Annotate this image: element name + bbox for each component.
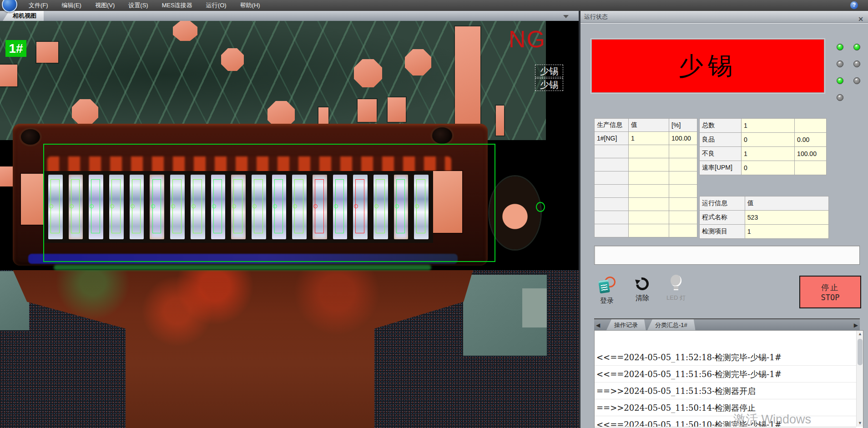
tab-camera-view[interactable]: 相机视图 [3,11,44,21]
table-row: 检测项目 1 [700,225,829,239]
scrollbar-thumb[interactable] [858,339,863,365]
solder-green-streak [54,265,431,270]
id-badge-icon [598,277,616,294]
production-pct-cell [669,158,697,171]
production-name-cell [595,171,629,185]
production-pct-cell [669,145,697,158]
production-pct-cell [669,211,697,224]
tab-scroll-left-icon[interactable]: ◀ [596,322,600,328]
stats-pct-cell [795,161,827,175]
drill-hole [432,127,452,144]
menu-item[interactable]: 编辑(E) [55,0,88,11]
pcb-pad [36,42,58,63]
led-label: LED 灯 [661,294,691,302]
production-value-cell [628,171,669,185]
table-row[interactable] [595,158,697,171]
production-value-cell [628,224,669,237]
pcb-pad [405,49,431,76]
scroll-down-icon[interactable]: ▼ [857,420,863,427]
chevron-down-icon[interactable] [563,15,569,18]
menu-item[interactable]: 运行(O) [199,0,233,11]
runinfo-table: 运行信息值 程式名称 523 检测项目 1 [699,196,829,239]
vertical-scrollbar[interactable]: ▲ ▼ [856,331,863,427]
scroll-up-icon[interactable]: ▲ [857,331,863,337]
table-row: 不良 1 100.00 [700,147,827,161]
production-header-row: 生产信息值[%] [595,119,697,132]
table-row[interactable] [595,198,697,211]
panel-title-bar: 运行状态 ✕ [580,11,868,23]
runinfo-name-cell: 检测项目 [700,225,745,239]
log-entry: <<==2024-05-05_11:52:18-检测完毕-少锡-1# [595,349,856,366]
menu-bar: 文件(F)编辑(E)视图(V)设置(S)MES连接器运行(O)帮助(H) ? [0,0,868,11]
menu-item[interactable]: MES连接器 [155,0,199,11]
pcb-pad [221,48,244,71]
table-row: 程式名称 523 [700,211,829,225]
panel-body: 少锡 生产信息值[%] 1#[NG] 1 100.00 [580,23,868,428]
menu-item[interactable]: 视图(V) [88,0,121,11]
stats-rows: 总数 1 良品 0 0.00 不良 1 100.00 [700,119,827,175]
defect-label: 少锡 [535,65,563,77]
panel-title: 运行状态 [584,13,608,20]
defect-labels: 少锡少锡 [535,65,563,92]
production-value-cell [628,211,669,224]
inspection-roi-rect [43,144,495,262]
stats-name-cell: 速率[UPM] [700,161,742,175]
pcb-pad [358,99,377,122]
table-row[interactable] [595,185,697,198]
defect-alert-box: 少锡 [591,39,824,93]
stats-name-cell: 不良 [700,147,742,161]
table-row: 总数 1 [700,119,827,133]
runinfo-header-cell: 值 [745,196,828,211]
production-pct-cell [669,198,697,211]
refresh-icon [635,277,650,291]
message-box[interactable] [594,246,860,265]
runinfo-name-cell: 程式名称 [700,211,745,225]
clear-button[interactable]: 清除 [628,277,657,302]
log-list[interactable]: <<==2024-05-05_11:52:18-检测完毕-少锡-1#<<==20… [595,331,856,427]
help-icon[interactable]: ? [850,1,858,9]
log-entry: ==>>2024-05-05_11:51:53-检测器开启 [595,383,856,399]
stop-label-cn: 停止 [821,282,839,293]
pcb-pad [72,99,98,126]
log-tabs: 操作记录分类汇总-1# [606,319,696,331]
production-value-cell: 1 [628,132,669,145]
pcb-pad [455,26,480,136]
log-tab[interactable]: 分类汇总-1# [647,319,696,331]
stats-table: 总数 1 良品 0 0.00 不良 1 100.00 [699,118,827,175]
app-logo-icon [2,0,17,12]
pcb-pad [496,106,504,136]
pcb-donut-pad [490,176,540,249]
stats-name-cell: 总数 [700,119,742,133]
pcb-texture [0,21,546,140]
stats-value-cell: 0 [741,161,794,175]
production-rows: 1#[NG] 1 100.00 [595,132,697,237]
log-tab[interactable]: 操作记录 [606,319,646,331]
stats-pct-cell [795,119,827,133]
table-row[interactable] [595,224,697,237]
camera-bottom-region [0,270,579,428]
table-row[interactable] [595,211,697,224]
menu-item[interactable]: 帮助(H) [233,0,267,11]
pcb-teal-patch [522,288,547,327]
table-row[interactable]: 1#[NG] 1 100.00 [595,132,697,145]
production-name-cell [595,198,629,211]
table-row[interactable] [595,171,697,185]
login-button[interactable]: 登录 [592,277,621,305]
menu-item[interactable]: 设置(S) [121,0,155,11]
stats-pct-cell: 100.00 [795,147,827,161]
production-value-cell [628,185,669,198]
production-table: 生产信息值[%] 1#[NG] 1 100.00 [594,118,697,237]
production-pct-cell [669,224,697,237]
station-label: 1# [5,40,26,57]
production-value-cell [628,158,669,171]
table-row[interactable] [595,145,697,158]
menu-item[interactable]: 文件(F) [22,0,55,11]
stats-value-cell: 1 [741,119,794,133]
status-led [837,44,843,50]
log-entry: <<==2024-05-05_11:50:10-检测完毕-少锡-1# [595,416,856,427]
production-value-cell [628,198,669,211]
led-light-button[interactable]: LED 灯 [661,275,691,302]
tab-scroll-right-icon[interactable]: ▶ [854,322,858,328]
stats-name-cell: 良品 [700,133,742,147]
stop-button[interactable]: 停止 STOP [799,276,861,308]
